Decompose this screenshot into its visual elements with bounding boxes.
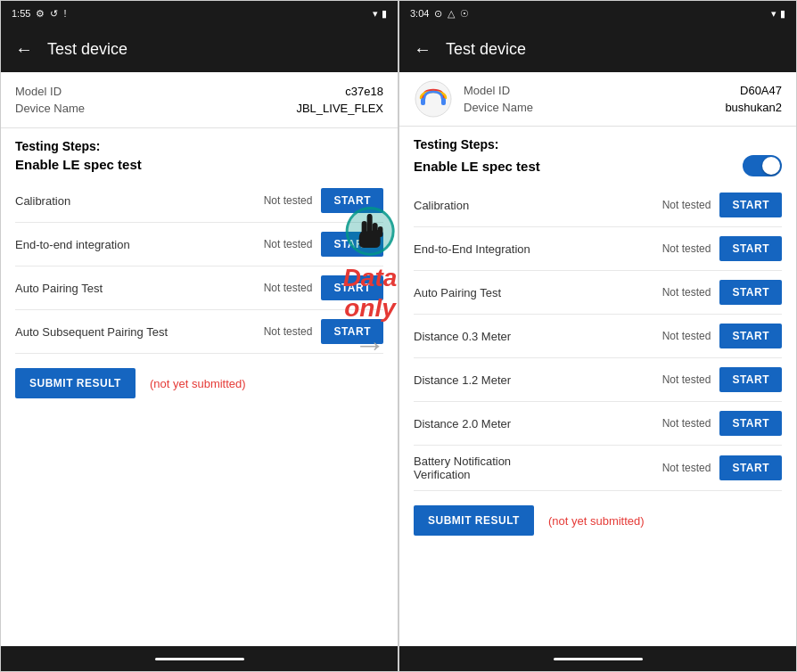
- start-btn-calibration-1[interactable]: START: [321, 188, 383, 213]
- headphone-icon: [414, 79, 453, 119]
- submit-button-1[interactable]: SUBMIT RESULT: [15, 368, 136, 398]
- bottom-line-1: [155, 658, 244, 660]
- test-row-calibration-2: Calibration Not tested START: [414, 184, 782, 227]
- enable-le-2: Enable LE spec test: [414, 155, 782, 176]
- enable-le-toggle-2[interactable]: [743, 155, 782, 176]
- device-info-row-name-2: Device Name bushukan2: [464, 99, 782, 116]
- back-button-1[interactable]: ←: [15, 39, 33, 60]
- page-title-2: Test device: [446, 40, 526, 59]
- test-name-pairing-2: Auto Pairing Test: [414, 286, 662, 299]
- enable-le-text-2: Enable LE spec test: [414, 159, 540, 174]
- settings-icon: ⚙: [36, 8, 45, 20]
- battery-icon: ▮: [382, 8, 387, 20]
- test-status-calibration-2: Not tested: [662, 199, 711, 211]
- wifi-icon-2: ▾: [771, 8, 776, 20]
- test-status-battery-2: Not tested: [662, 462, 711, 474]
- device-info-row-model: Model ID c37e18: [15, 83, 383, 100]
- bottom-line-2: [554, 658, 643, 660]
- back-button-2[interactable]: ←: [414, 39, 431, 60]
- device-info-1: Model ID c37e18 Device Name JBL_LIVE_FLE…: [1, 72, 398, 128]
- device-info-2: Model ID D60A47 Device Name bushukan2: [399, 72, 796, 127]
- testing-section-2: Testing Steps: Enable LE spec test Calib…: [399, 127, 796, 491]
- test-status-pairing-1: Not tested: [264, 282, 313, 294]
- page-title-1: Test device: [47, 40, 127, 59]
- alert2-icon: △: [448, 8, 455, 20]
- time-1: 1:55: [12, 8, 30, 19]
- time-2: 3:04: [410, 8, 429, 19]
- test-row-e2e-1: End-to-end integration Not tested START: [15, 223, 383, 266]
- model-id-label-1: Model ID: [15, 85, 62, 98]
- test-status-calibration-1: Not tested: [264, 194, 313, 207]
- test-row-e2e-2: End-to-End Integration Not tested START: [414, 227, 782, 271]
- test-status-subseq-1: Not tested: [264, 325, 313, 338]
- test-row-dist03-2: Distance 0.3 Meter Not tested START: [414, 315, 782, 358]
- status-bar-1: 1:55 ⚙ ↺ ! ▾ ▮: [1, 1, 398, 26]
- test-row-calibration-1: Calibration Not tested START: [15, 179, 383, 223]
- wifi2-icon: ⊙: [434, 8, 442, 20]
- test-row-pairing-1: Auto Pairing Test Not tested START: [15, 266, 383, 310]
- content-2: Model ID D60A47 Device Name bushukan2 Te…: [399, 72, 796, 646]
- start-btn-battery-2[interactable]: START: [719, 455, 782, 480]
- content-1: Model ID c37e18 Device Name JBL_LIVE_FLE…: [1, 72, 398, 646]
- device-name-label-2: Device Name: [464, 101, 533, 114]
- start-btn-e2e-1[interactable]: START: [321, 232, 383, 257]
- start-btn-pairing-2[interactable]: START: [719, 280, 782, 305]
- device-name-label-1: Device Name: [15, 102, 85, 115]
- device-info-rows-2: Model ID D60A47 Device Name bushukan2: [464, 82, 782, 116]
- testing-section-1: Testing Steps: Enable LE spec test Calib…: [1, 128, 398, 354]
- enable-le-text-1: Enable LE spec test: [15, 157, 142, 172]
- enable-le-1: Enable LE spec test: [15, 157, 383, 172]
- test-name-calibration-2: Calibration: [414, 199, 662, 212]
- test-status-e2e-1: Not tested: [264, 238, 313, 250]
- wifi-icon: ▾: [373, 8, 378, 20]
- model-id-label-2: Model ID: [464, 84, 510, 97]
- testing-steps-label-2: Testing Steps:: [414, 137, 782, 152]
- device-name-value-1: JBL_LIVE_FLEX: [296, 102, 383, 115]
- start-btn-pairing-1[interactable]: START: [321, 275, 383, 300]
- start-btn-subseq-1[interactable]: START: [321, 319, 383, 344]
- test-name-calibration-1: Calibration: [15, 194, 264, 208]
- test-row-subseq-1: Auto Subsequent Pairing Test Not tested …: [15, 310, 383, 354]
- test-name-e2e-1: End-to-end integration: [15, 238, 264, 251]
- submit-button-2[interactable]: SUBMIT RESULT: [414, 505, 534, 536]
- submit-section-2: SUBMIT RESULT (not yet submitted): [399, 491, 796, 546]
- test-status-dist20-2: Not tested: [662, 417, 711, 430]
- model-id-value-1: c37e18: [345, 85, 383, 98]
- bottom-bar-1: [1, 646, 398, 671]
- device-info-row-name: Device Name JBL_LIVE_FLEX: [15, 100, 383, 117]
- test-status-pairing-2: Not tested: [662, 286, 711, 299]
- test-name-pairing-1: Auto Pairing Test: [15, 282, 264, 295]
- test-row-pairing-2: Auto Pairing Test Not tested START: [414, 271, 782, 315]
- test-status-dist03-2: Not tested: [662, 330, 711, 342]
- device-info-row-model-2: Model ID D60A47: [464, 82, 782, 99]
- test-status-e2e-2: Not tested: [662, 242, 711, 255]
- top-bar-1: ← Test device: [1, 26, 398, 72]
- bottom-bar-2: [399, 646, 796, 671]
- test-name-dist12-2: Distance 1.2 Meter: [414, 373, 662, 387]
- test-status-dist12-2: Not tested: [662, 373, 711, 386]
- start-btn-dist20-2[interactable]: START: [719, 411, 782, 436]
- svg-rect-5: [421, 98, 425, 105]
- testing-steps-label-1: Testing Steps:: [15, 139, 383, 153]
- test-row-dist20-2: Distance 2.0 Meter Not tested START: [414, 402, 782, 446]
- warning-icon: !: [63, 8, 66, 19]
- test-row-dist12-2: Distance 1.2 Meter Not tested START: [414, 358, 782, 402]
- svg-rect-6: [441, 98, 446, 105]
- start-btn-dist03-2[interactable]: START: [719, 324, 782, 348]
- submit-status-2: (not yet submitted): [548, 514, 645, 528]
- test-name-subseq-1: Auto Subsequent Pairing Test: [15, 325, 264, 339]
- start-btn-calibration-2[interactable]: START: [719, 193, 782, 217]
- battery-icon-2: ▮: [780, 8, 785, 20]
- top-bar-2: ← Test device: [399, 26, 796, 72]
- device-name-value-2: bushukan2: [725, 101, 782, 114]
- submit-section-1: SUBMIT RESULT (not yet submitted): [1, 354, 398, 409]
- signal2-icon: ☉: [460, 8, 469, 20]
- refresh-icon: ↺: [50, 8, 58, 20]
- model-id-value-2: D60A47: [740, 84, 782, 97]
- start-btn-e2e-2[interactable]: START: [719, 236, 782, 261]
- test-name-battery-2: Battery NotificationVerification: [414, 455, 662, 481]
- phone-1: 1:55 ⚙ ↺ ! ▾ ▮ ← Test device Model ID c3…: [0, 0, 398, 672]
- start-btn-dist12-2[interactable]: START: [719, 367, 782, 392]
- submit-status-1: (not yet submitted): [150, 377, 246, 390]
- status-bar-2: 3:04 ⊙ △ ☉ ▾ ▮: [399, 1, 796, 26]
